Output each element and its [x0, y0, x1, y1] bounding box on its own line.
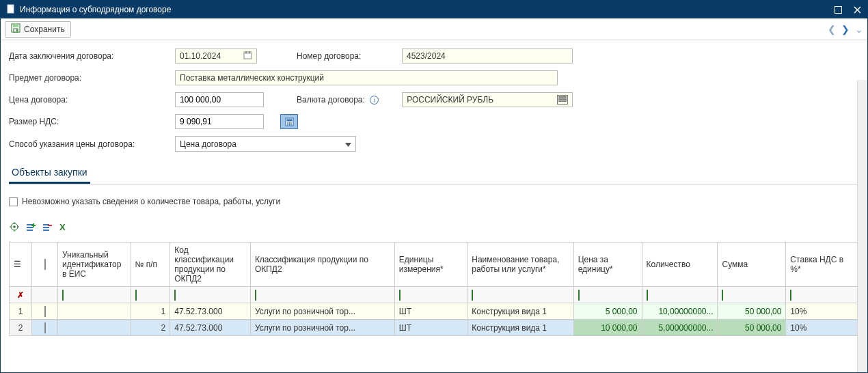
cell-okpd-class[interactable]: Услуги по розничной тор... — [250, 303, 394, 320]
number-value: 4523/2024 — [407, 51, 446, 61]
file-icon — [6, 4, 16, 16]
list-icon[interactable] — [557, 95, 568, 105]
grid-toolbar: X — [9, 221, 859, 232]
col-npp[interactable]: № п/п — [131, 243, 170, 287]
cell-npp[interactable]: 2 — [131, 320, 170, 336]
svg-rect-7 — [13, 24, 18, 27]
col-unit-price[interactable]: Цена за единицу* — [573, 243, 642, 287]
col-eis-id[interactable]: Уникальный идентификатор в ЕИС — [58, 243, 131, 287]
date-field[interactable]: 01.10.2024 — [175, 49, 257, 64]
date-label: Дата заключения договора: — [9, 51, 163, 61]
vat-input[interactable] — [176, 115, 263, 128]
nav-prev-icon[interactable]: ❮ — [828, 24, 836, 35]
cell-okpd-code[interactable]: 47.52.73.000 — [170, 320, 251, 336]
col-okpd-class[interactable]: Классификация продукции по ОКПД2 — [250, 243, 394, 287]
filter-eis[interactable] — [58, 287, 131, 303]
subject-label: Предмет договора: — [9, 73, 163, 83]
cell-eis[interactable] — [58, 320, 131, 336]
objects-grid: ☰ Уникальный идентификатор в ЕИС № п/п К… — [9, 242, 859, 336]
delete-row-icon[interactable] — [42, 221, 53, 232]
cell-sum[interactable]: 50 000,00 — [718, 303, 786, 320]
col-sum[interactable]: Сумма — [718, 243, 786, 287]
filter-units[interactable] — [394, 287, 467, 303]
flag-impossible-qty-checkbox[interactable] — [9, 197, 18, 206]
currency-field[interactable]: РОССИЙСКИЙ РУБЛЬ — [402, 92, 573, 107]
svg-rect-31 — [27, 230, 33, 231]
cell-vat[interactable]: 10% — [786, 320, 859, 336]
cell-okpd-code[interactable]: 47.52.73.000 — [170, 303, 251, 320]
number-field[interactable]: 4523/2024 — [402, 49, 573, 64]
filter-sum[interactable] — [718, 287, 786, 303]
vertical-scrollbar[interactable] — [857, 80, 867, 372]
cell-sum[interactable]: 50 000,00 — [718, 320, 786, 336]
close-button[interactable] — [852, 5, 862, 14]
col-okpd-code[interactable]: Код классификации продукции по ОКПД2 — [170, 243, 251, 287]
cell-qty[interactable]: 10,00000000... — [642, 303, 718, 320]
cell-qty[interactable]: 5,000000000... — [642, 320, 718, 336]
svg-rect-15 — [286, 119, 292, 121]
cell-unit-price[interactable]: 10 000,00 — [573, 320, 642, 336]
svg-rect-35 — [43, 227, 49, 228]
row-checkbox[interactable] — [44, 306, 46, 317]
cell-name[interactable]: Конструкция вида 1 — [467, 320, 573, 336]
calendar-icon[interactable] — [243, 51, 252, 61]
app-window: Информация о субподрядном договоре Сохра… — [0, 0, 868, 373]
subject-value: Поставка металлических конструкций — [180, 73, 324, 83]
save-label: Сохранить — [24, 25, 65, 34]
table-row[interactable]: 1 1 47.52.73.000 Услуги по розничной тор… — [10, 303, 859, 320]
vat-field[interactable] — [175, 114, 264, 129]
cell-name[interactable]: Конструкция вида 1 — [467, 303, 573, 320]
add-row-icon[interactable] — [25, 221, 36, 232]
price-mode-value: Цена договора — [180, 139, 236, 149]
svg-point-21 — [290, 124, 292, 125]
col-name[interactable]: Наименование товара, работы или услуги* — [467, 243, 573, 287]
subject-field[interactable]: Поставка металлических конструкций — [175, 70, 558, 85]
cell-eis[interactable] — [58, 303, 131, 320]
maximize-button[interactable] — [833, 5, 843, 14]
save-button[interactable]: Сохранить — [5, 21, 71, 38]
excel-export-icon[interactable]: X — [58, 221, 69, 232]
col-qty[interactable]: Количество — [642, 243, 718, 287]
filter-unit-price[interactable] — [573, 287, 642, 303]
filter-qty[interactable] — [642, 287, 718, 303]
svg-marker-22 — [345, 143, 351, 147]
row-checkbox[interactable] — [44, 322, 46, 333]
svg-rect-11 — [244, 52, 252, 54]
filter-okpd-class[interactable] — [250, 287, 394, 303]
floppy-icon — [11, 23, 21, 35]
col-units[interactable]: Единицы измерения* — [394, 243, 467, 287]
vat-label: Размер НДС: — [9, 117, 163, 126]
svg-point-18 — [290, 122, 292, 124]
cell-units[interactable]: ШТ — [394, 320, 467, 336]
filter-name[interactable] — [467, 287, 573, 303]
svg-point-24 — [13, 225, 16, 228]
svg-point-20 — [288, 124, 290, 125]
col-vat[interactable]: Ставка НДС в %* — [786, 243, 859, 287]
grid-header-menu[interactable]: ☰ — [10, 243, 32, 287]
svg-rect-36 — [43, 230, 49, 231]
cell-npp[interactable]: 1 — [131, 303, 170, 320]
currency-label: Валюта договора: i — [297, 95, 379, 105]
cell-unit-price[interactable]: 5 000,00 — [573, 303, 642, 320]
svg-rect-9 — [16, 29, 18, 31]
price-field[interactable] — [175, 92, 264, 107]
cell-okpd-class[interactable]: Услуги по розничной тор... — [250, 320, 394, 336]
chevron-down-icon[interactable]: ⌄ — [855, 24, 863, 35]
gear-icon[interactable] — [9, 221, 20, 232]
svg-rect-3 — [835, 6, 841, 13]
price-input[interactable] — [176, 93, 263, 107]
tab-purchase-objects[interactable]: Объекты закупки — [9, 163, 90, 184]
cell-vat[interactable]: 10% — [786, 303, 859, 320]
nav-next-icon[interactable]: ❯ — [841, 24, 850, 35]
cell-units[interactable]: ШТ — [394, 303, 467, 320]
info-icon[interactable]: i — [370, 96, 379, 105]
table-row[interactable]: 2 2 47.52.73.000 Услуги по розничной тор… — [10, 320, 859, 336]
filter-vat[interactable] — [786, 287, 859, 303]
flag-impossible-qty-label: Невозможно указать сведения о количестве… — [22, 197, 280, 206]
filter-okpd-code[interactable] — [170, 287, 251, 303]
grid-header-checkbox[interactable] — [32, 243, 58, 287]
pin-icon[interactable]: ✗ — [17, 290, 24, 300]
filter-npp[interactable] — [131, 287, 170, 303]
calc-button[interactable] — [280, 114, 298, 129]
price-mode-select[interactable]: Цена договора — [175, 136, 356, 152]
